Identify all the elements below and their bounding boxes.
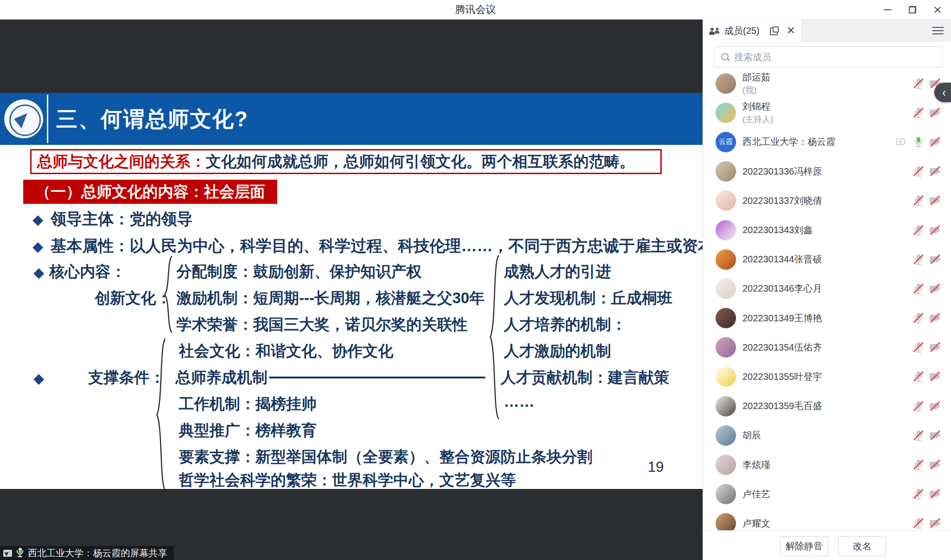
panel-close-icon[interactable]	[787, 24, 796, 37]
avatar	[716, 308, 736, 328]
talent-item: 人才发现机制：丘成桐班	[504, 289, 672, 307]
support-item: 要素支撑：新型举国体制（全要素）、整合资源防止条块分割	[179, 448, 593, 466]
mic-muted-icon[interactable]	[912, 313, 925, 324]
avatar	[716, 103, 736, 123]
camera-off-icon[interactable]	[929, 342, 941, 353]
search-input[interactable]	[734, 52, 942, 63]
popout-icon[interactable]	[770, 26, 779, 35]
member-row[interactable]: 2022301346李心月	[703, 274, 951, 303]
mic-muted-icon[interactable]	[912, 78, 925, 89]
member-row-icons	[912, 254, 941, 265]
mic-muted-icon[interactable]	[912, 107, 925, 118]
camera-off-icon[interactable]	[929, 166, 941, 177]
member-row[interactable]: 卢佳艺	[703, 480, 951, 509]
camera-off-icon[interactable]	[929, 107, 941, 118]
maximize-button[interactable]	[905, 3, 919, 17]
bullet-leadership: 领导主体：党的领导	[33, 210, 193, 228]
relation-statement-box: 总师与文化之间的关系： 文化如何成就总师，总师如何引领文化。两个相互联系的范畴。	[30, 149, 662, 174]
mic-muted-icon[interactable]	[912, 459, 925, 470]
camera-off-icon[interactable]	[929, 488, 941, 500]
unmute-button[interactable]: 解除静音	[780, 536, 828, 556]
camera-off-icon[interactable]	[929, 137, 941, 148]
panel-tabbar: 成员(25)	[703, 20, 951, 42]
mic-muted-icon[interactable]	[912, 166, 925, 177]
mic-muted-icon[interactable]	[912, 195, 925, 206]
member-row[interactable]: 2022301344张晋硕	[703, 245, 951, 274]
avatar	[716, 425, 736, 446]
rename-button[interactable]: 改名	[838, 536, 886, 556]
annotation-icon[interactable]	[3, 550, 12, 557]
menu-button[interactable]	[931, 25, 944, 36]
mic-muted-icon[interactable]	[912, 225, 925, 236]
member-name-block: 2022301346李心月	[743, 282, 822, 295]
core-content-label: 核心内容：	[49, 262, 126, 281]
member-row-icons	[912, 342, 941, 353]
member-row[interactable]: 2022301359毛百盛	[703, 391, 951, 421]
member-row-icons	[912, 283, 941, 294]
member-name-block: 李炫瑾	[743, 459, 770, 471]
camera-off-icon[interactable]	[929, 254, 941, 265]
screen-share-view: 三、何谓总师文化? 总师与文化之间的关系： 文化如何成就总师，总师如何引领文化。…	[0, 20, 703, 560]
camera-off-icon[interactable]	[929, 430, 941, 441]
collapse-panel-handle[interactable]	[934, 83, 951, 102]
talent-item: ……	[504, 392, 534, 411]
camera-off-icon[interactable]	[929, 283, 941, 294]
member-name-block: 胡辰	[743, 429, 761, 442]
slide-title: 三、何谓总师文化?	[56, 93, 248, 145]
section-banner: （一）总师文化的内容：社会层面	[23, 180, 277, 204]
window-controls	[880, 0, 944, 20]
member-row[interactable]: 李炫瑾	[703, 450, 951, 479]
camera-off-icon[interactable]	[929, 195, 941, 206]
mic-muted-icon[interactable]	[912, 283, 925, 294]
member-row[interactable]: 云霞西北工业大学：杨云霞	[703, 127, 951, 156]
hamburger-icon	[932, 30, 944, 32]
mic-muted-icon[interactable]	[912, 254, 925, 265]
member-row[interactable]: 2022301336冯梓原	[703, 157, 951, 186]
close-icon	[933, 4, 942, 16]
camera-off-icon[interactable]	[929, 225, 941, 236]
minimize-button[interactable]	[880, 3, 894, 17]
avatar	[716, 484, 736, 504]
avatar	[716, 249, 736, 270]
member-row[interactable]: 邰运茹(我)	[703, 69, 951, 98]
member-name: 2022301355叶登宇	[743, 371, 822, 383]
avatar	[716, 73, 736, 94]
screen-share-icon	[896, 137, 908, 148]
brace-innovation	[162, 255, 174, 333]
close-button[interactable]	[931, 3, 944, 17]
member-name-block: 2022301343刘鑫	[743, 224, 813, 236]
member-row[interactable]: 胡辰	[703, 421, 951, 450]
member-name: 2022301346李心月	[743, 282, 822, 295]
member-row[interactable]: 2022301349王博艳	[703, 304, 951, 333]
avatar	[716, 220, 736, 241]
mic-muted-icon[interactable]	[912, 401, 925, 412]
member-row[interactable]: 2022301354伍佑齐	[703, 333, 951, 362]
mic-muted-icon[interactable]	[912, 430, 925, 441]
mic-on-icon[interactable]	[912, 137, 925, 148]
member-row[interactable]: 刘锦程(主持人)	[703, 98, 951, 127]
presentation-slide: 三、何谓总师文化? 总师与文化之间的关系： 文化如何成就总师，总师如何引领文化。…	[0, 93, 703, 489]
screen-share-indicator: 西北工业大学：杨云霞的屏幕共享	[0, 546, 174, 560]
member-row[interactable]: 2022301355叶登宇	[703, 362, 951, 391]
member-row[interactable]: 2022301337刘晓倩	[703, 186, 951, 215]
minimize-icon	[884, 9, 892, 10]
camera-off-icon[interactable]	[929, 371, 941, 382]
mic-muted-icon[interactable]	[912, 342, 925, 353]
camera-off-icon[interactable]	[929, 401, 941, 412]
camera-off-icon[interactable]	[929, 518, 941, 529]
mic-muted-icon[interactable]	[912, 518, 925, 529]
mic-muted-icon[interactable]	[912, 488, 925, 500]
brace-talent	[487, 254, 501, 421]
mic-muted-icon[interactable]	[912, 371, 925, 382]
member-row[interactable]: 2022301343刘鑫	[703, 215, 951, 245]
member-name-block: 2022301359毛百盛	[743, 400, 822, 412]
member-row-icons	[912, 225, 941, 236]
camera-off-icon[interactable]	[929, 313, 941, 324]
tab-members[interactable]: 成员(25)	[703, 20, 801, 42]
member-name-block: 2022301355叶登宇	[743, 371, 822, 383]
search-box[interactable]	[714, 46, 943, 68]
talent-item: 成熟人才的引进	[504, 262, 611, 281]
camera-off-icon[interactable]	[929, 459, 941, 470]
member-row[interactable]: 卢耀文	[703, 509, 951, 530]
mic-on-icon	[16, 548, 24, 558]
